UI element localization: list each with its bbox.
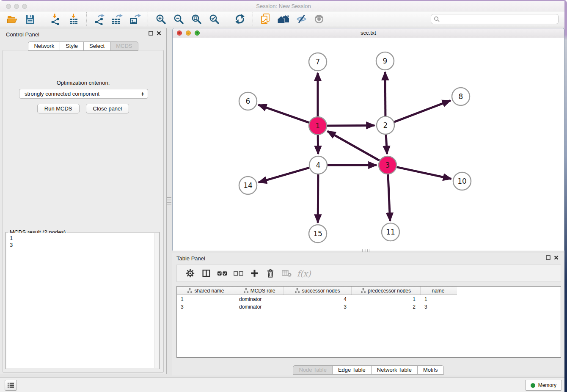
graph-edge-4-15[interactable]	[318, 174, 318, 223]
result-scrollbar[interactable]	[154, 233, 159, 368]
graph-node-8[interactable]: 8	[452, 88, 470, 105]
zoom-network-window-button[interactable]: +	[195, 30, 200, 36]
graph-node-6[interactable]: 6	[239, 92, 257, 110]
graph-node-3[interactable]: 3	[379, 156, 396, 174]
minimize-network-window-button[interactable]: −	[186, 30, 191, 36]
mcds-result-item[interactable]: 1	[10, 235, 155, 242]
control-tab-select[interactable]: Select	[83, 41, 110, 51]
graph-node-14[interactable]: 14	[239, 177, 257, 194]
table-cell[interactable]: 4	[284, 296, 352, 302]
criterion-dropdown[interactable]: strongly connected component ▲▼	[19, 89, 148, 99]
column-header-name[interactable]: name	[421, 287, 456, 295]
graph-edge-1-4[interactable]	[318, 135, 318, 154]
table-cell[interactable]: 1	[352, 296, 421, 302]
show-column-icon[interactable]	[198, 269, 214, 278]
graph-node-10[interactable]: 10	[453, 172, 471, 190]
vertical-splitter-grip[interactable]	[167, 197, 171, 205]
create-column-plus-icon[interactable]	[246, 269, 262, 278]
export-table-icon[interactable]	[111, 13, 124, 25]
function-builder-icon[interactable]: f(x)	[297, 269, 311, 278]
horizontal-splitter-grip[interactable]	[362, 249, 370, 252]
mcds-result-item[interactable]: 3	[10, 242, 155, 248]
graph-node-4[interactable]: 4	[309, 156, 327, 174]
graph-edge-1-6[interactable]	[259, 105, 309, 123]
graph-node-9[interactable]: 9	[376, 52, 394, 70]
graph-edge-2-3[interactable]	[386, 135, 387, 154]
delete-table-icon[interactable]	[278, 270, 295, 277]
close-panel-icon[interactable]	[157, 31, 161, 36]
table-tab-motifs[interactable]: Motifs	[417, 365, 444, 375]
toolbar-separator	[227, 12, 227, 26]
table-settings-gear-icon[interactable]	[182, 269, 198, 278]
table-cell[interactable]: dominator	[235, 304, 284, 310]
deselect-all-rows-icon[interactable]	[230, 271, 246, 276]
open-folder-icon[interactable]	[6, 13, 19, 25]
network-canvas[interactable]: 7968124314101511	[173, 38, 564, 251]
memory-button[interactable]: Memory	[525, 380, 562, 391]
graph-node-2[interactable]: 2	[377, 116, 394, 134]
zoom-fit-icon[interactable]	[190, 13, 203, 25]
close-network-window-button[interactable]: ×	[177, 30, 182, 36]
save-session-icon[interactable]	[24, 13, 36, 25]
import-table-icon[interactable]	[67, 13, 80, 25]
column-header-successor-nodes[interactable]: successor nodes	[284, 287, 352, 295]
zoom-selected-icon[interactable]	[208, 13, 220, 25]
table-body: 1dominator4113dominator323	[177, 296, 561, 310]
task-history-button[interactable]	[5, 380, 17, 391]
graph-edge-4-14[interactable]	[259, 168, 309, 182]
column-header-shared-name[interactable]: shared name	[177, 287, 235, 295]
table-row[interactable]: 3dominator323	[177, 304, 561, 310]
graph-edge-2-8[interactable]	[394, 100, 451, 122]
control-tab-style[interactable]: Style	[60, 41, 84, 51]
select-all-rows-icon[interactable]	[214, 270, 230, 277]
table-cell[interactable]: 3	[421, 304, 456, 310]
svg-text:6: 6	[246, 97, 250, 105]
export-image-icon[interactable]	[129, 13, 141, 25]
search-box[interactable]	[431, 14, 559, 24]
list-icon	[7, 382, 14, 388]
hide-graphics-details-icon[interactable]	[295, 13, 308, 25]
zoom-in-icon[interactable]	[154, 13, 167, 25]
table-row[interactable]: 1dominator411	[177, 296, 561, 303]
graph-node-1[interactable]: 1	[309, 117, 327, 135]
table-panel-tabs: Node TableEdge TableNetwork TableMotifs	[172, 365, 564, 375]
graph-node-11[interactable]: 11	[382, 223, 399, 241]
float-table-panel-icon[interactable]	[546, 255, 550, 260]
table-tab-network-table[interactable]: Network Table	[371, 365, 418, 375]
delete-column-trash-icon[interactable]	[262, 269, 278, 278]
graph-edge-3-10[interactable]	[397, 167, 451, 179]
float-panel-icon[interactable]	[149, 31, 153, 36]
graph-node-7[interactable]: 7	[309, 53, 327, 71]
apply-layout-icon[interactable]	[234, 13, 246, 25]
table-cell[interactable]: 3	[177, 304, 235, 310]
column-header-predecessor-nodes[interactable]: predecessor nodes	[352, 287, 421, 295]
column-header-MCDS-role[interactable]: MCDS role	[235, 287, 284, 295]
table-cell[interactable]: 3	[284, 304, 352, 310]
mcds-result-list[interactable]: 13	[6, 233, 159, 368]
control-tab-network[interactable]: Network	[28, 41, 60, 51]
svg-text:15: 15	[313, 229, 322, 238]
table-cell[interactable]: 2	[352, 304, 421, 310]
clone-network-icon[interactable]	[259, 13, 272, 25]
graph-node-15[interactable]: 15	[309, 225, 327, 243]
table-cell[interactable]: 1	[177, 296, 235, 302]
table-cell[interactable]: 1	[421, 296, 456, 302]
run-mcds-button[interactable]: Run MCDS	[37, 104, 80, 113]
control-tab-mcds[interactable]: MCDS	[110, 41, 138, 51]
graph-edge-1-2[interactable]	[327, 125, 374, 126]
graph-edge-3-1[interactable]	[328, 131, 380, 160]
network-view-window: × − + scc.txt 7968124314101511	[172, 28, 564, 251]
export-network-icon[interactable]	[93, 13, 106, 25]
home-view-icon[interactable]	[277, 13, 290, 25]
graph-edge-2-9[interactable]	[385, 72, 385, 116]
close-table-panel-icon[interactable]	[554, 255, 559, 260]
show-graphics-details-icon[interactable]	[313, 13, 325, 25]
graph-edge-3-11[interactable]	[388, 174, 390, 221]
table-tab-edge-table[interactable]: Edge Table	[332, 365, 372, 375]
table-cell[interactable]: dominator	[235, 296, 284, 302]
import-network-icon[interactable]	[50, 13, 62, 25]
search-input[interactable]	[440, 16, 556, 22]
close-panel-button[interactable]: Close panel	[86, 104, 129, 113]
table-tab-node-table[interactable]: Node Table	[293, 365, 333, 375]
zoom-out-icon[interactable]	[172, 13, 185, 25]
